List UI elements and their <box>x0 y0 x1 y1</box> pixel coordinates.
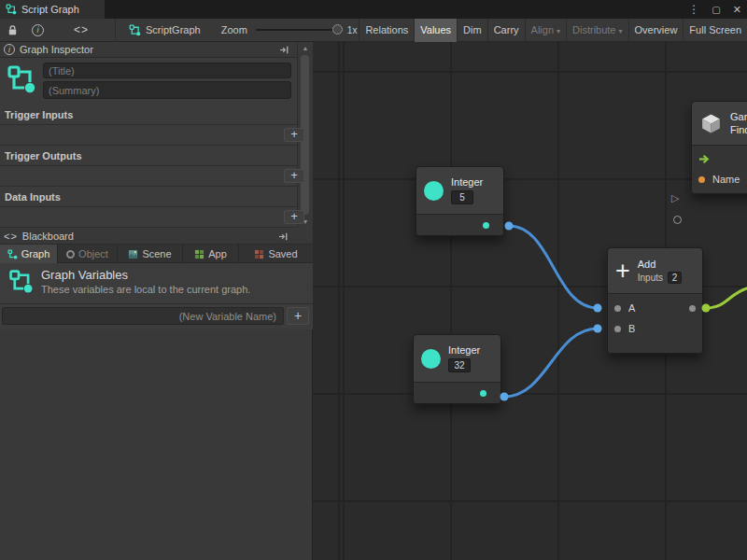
add-variable-button[interactable]: + <box>287 307 309 325</box>
chevron-down-icon: ▾ <box>619 27 623 35</box>
inspector-title: Graph Inspector <box>20 44 93 55</box>
section-label-data-inputs: Data Inputs <box>5 191 61 203</box>
edge-endpoint[interactable] <box>594 325 602 333</box>
tab-app[interactable]: App <box>183 245 239 263</box>
window-controls: ⋮ ▢ ✕ <box>688 0 741 19</box>
dim-button[interactable]: Dim <box>457 19 487 42</box>
divider <box>0 303 313 304</box>
overview-button[interactable]: Overview <box>628 19 684 42</box>
node-add[interactable]: + Add Inputs 2 A B <box>607 247 703 354</box>
toolbar-separator <box>115 19 116 42</box>
maximize-icon[interactable]: ▢ <box>712 5 720 15</box>
align-dropdown[interactable]: Align▾ <box>525 19 566 42</box>
node-title: Integer <box>451 176 483 188</box>
divider <box>0 227 297 228</box>
code-view-button[interactable]: <> <box>61 21 102 39</box>
script-graph-icon <box>7 64 36 94</box>
port-label: B <box>628 323 635 334</box>
tab-scene[interactable]: Scene <box>118 245 183 263</box>
graph-toolbar: i <> ScriptGraph Zoom 1x Relations Value… <box>0 19 747 42</box>
output-port[interactable] <box>483 222 489 229</box>
lock-icon[interactable] <box>7 24 19 36</box>
info-icon: i <box>4 44 15 55</box>
fullscreen-button[interactable]: Full Screen <box>683 19 747 42</box>
input-port-a[interactable] <box>614 305 621 312</box>
node-header: Game Object Find <box>692 102 747 145</box>
flow-input-port[interactable]: ▷ <box>671 192 679 204</box>
edge-integer32-to-add-b[interactable] <box>504 329 598 397</box>
integer-value-field[interactable]: 32 <box>448 358 471 372</box>
close-icon[interactable]: ✕ <box>733 4 741 16</box>
port-label: A <box>628 302 635 314</box>
node-title: Add <box>638 259 682 270</box>
add-data-input-button[interactable]: + <box>284 210 304 224</box>
blackboard-icon: <> <box>4 231 18 242</box>
chevron-down-icon: ▾ <box>557 27 560 35</box>
saved-icon <box>254 249 264 259</box>
input-port-b[interactable] <box>614 326 621 332</box>
popout-icon[interactable] <box>279 45 289 55</box>
divider <box>0 206 297 207</box>
zoom-slider[interactable] <box>256 29 340 31</box>
divider <box>0 124 297 125</box>
graph-variables-title: Graph Variables <box>41 268 128 282</box>
node-ports: Name <box>692 145 747 193</box>
carry-button[interactable]: Carry <box>487 19 525 42</box>
value-input-port[interactable] <box>673 216 682 224</box>
edge-integer5-to-add-a[interactable] <box>509 226 598 308</box>
popout-icon[interactable] <box>278 231 289 242</box>
tab-saved[interactable]: Saved <box>239 245 313 263</box>
distribute-dropdown[interactable]: Distribute▾ <box>566 19 627 42</box>
node-integer-32[interactable]: Integer 32 <box>413 334 501 404</box>
edge-add-output[interactable] <box>706 287 747 308</box>
add-trigger-input-button[interactable]: + <box>284 128 304 142</box>
node-game-object-find[interactable]: Game Object Find Name <box>691 101 747 194</box>
section-label-trigger-outputs: Trigger Outputs <box>5 150 82 161</box>
edge-endpoint[interactable] <box>505 222 514 231</box>
graph-variables-subtitle: These variables are local to the current… <box>41 284 250 295</box>
graph-canvas[interactable]: Integer 5 Integer 32 <box>313 42 747 560</box>
blackboard-header: <> Blackboard <box>0 229 313 245</box>
zoom-value: 1x <box>347 25 358 35</box>
values-button[interactable]: Values <box>414 19 457 42</box>
tab-graph[interactable]: Graph <box>0 245 58 263</box>
scene-icon <box>128 249 138 259</box>
output-port[interactable] <box>689 305 696 312</box>
zoom-slider-knob[interactable] <box>332 24 343 35</box>
blackboard-tabs: Graph Object Scene App <box>0 245 313 263</box>
tab-object[interactable]: Object <box>58 245 118 263</box>
relations-button[interactable]: Relations <box>359 19 414 42</box>
input-port-row-a: A <box>608 298 702 318</box>
output-port[interactable] <box>480 390 486 397</box>
window-menu-icon[interactable]: ⋮ <box>688 3 699 16</box>
flow-arrow-icon[interactable] <box>698 153 711 165</box>
unity-script-graph-window: Script Graph ⋮ ▢ ✕ i <> ScriptGraph Zoom… <box>0 0 747 560</box>
graph-title-field[interactable] <box>43 63 291 78</box>
graph-summary-field[interactable] <box>43 81 291 99</box>
variables-empty-area <box>0 329 312 560</box>
flow-port-row <box>692 148 747 169</box>
sidebar: i Graph Inspector ▲ ▼ Trigger Inputs + <box>0 42 313 560</box>
integer-value-field[interactable]: 5 <box>451 190 473 204</box>
output-port-row <box>416 215 503 235</box>
app-icon <box>194 249 204 259</box>
blackboard-title: Blackboard <box>22 231 74 242</box>
graph-asset-name[interactable]: ScriptGraph <box>146 24 201 35</box>
edge-endpoint[interactable] <box>594 304 602 313</box>
tab-script-graph[interactable]: Script Graph <box>0 0 105 19</box>
output-port-row <box>414 383 500 403</box>
node-integer-5[interactable]: Integer 5 <box>416 166 504 236</box>
inputs-count-field[interactable]: 2 <box>668 272 682 284</box>
game-object-cube-icon <box>699 112 723 135</box>
scroll-up-icon[interactable]: ▲ <box>298 45 313 51</box>
add-icon: + <box>615 257 630 285</box>
new-variable-name-field[interactable] <box>2 307 284 325</box>
integer-icon <box>424 181 444 201</box>
input-port-row-b: B <box>608 318 702 339</box>
name-input-port[interactable] <box>698 176 705 183</box>
add-trigger-output-button[interactable]: + <box>284 169 304 183</box>
name-port-row: Name <box>692 169 747 189</box>
node-header: Integer 5 <box>416 167 503 214</box>
section-label-trigger-inputs: Trigger Inputs <box>5 109 73 120</box>
info-icon[interactable]: i <box>32 24 44 36</box>
